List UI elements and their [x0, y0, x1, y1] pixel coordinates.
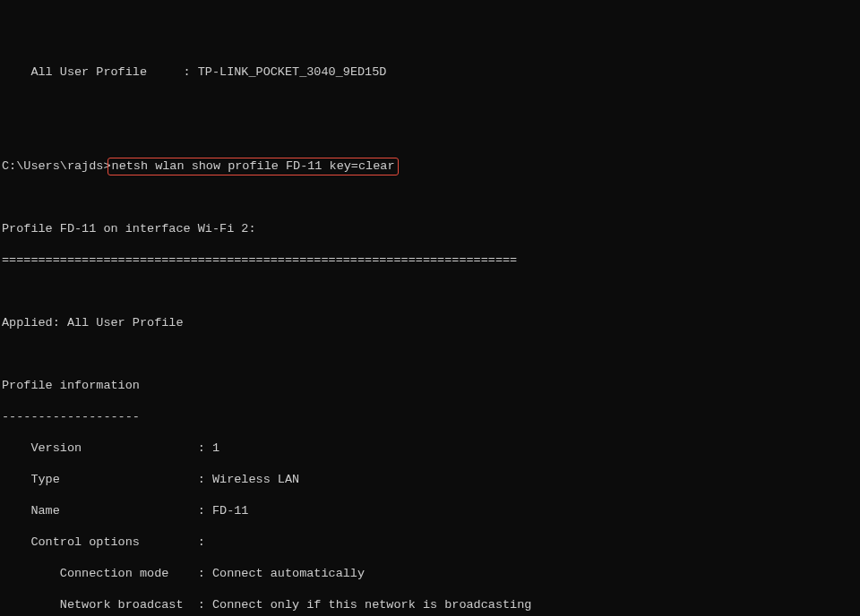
top-value: TP-LINK_POCKET_3040_9ED15D — [198, 65, 387, 79]
blank-line — [2, 284, 860, 300]
blank-line — [2, 127, 860, 143]
info-control-options: Control options : — [2, 535, 860, 551]
profile-top-line: All User Profile : TP-LINK_POCKET_3040_9… — [2, 64, 860, 81]
blank-line — [2, 346, 860, 363]
top-label: All User Profile : — [2, 65, 198, 79]
blank-line — [2, 96, 860, 112]
section-title-profile-info: Profile information — [2, 378, 860, 394]
prompt-path: C:\Users\rajds> — [2, 159, 111, 173]
profile-header: Profile FD-11 on interface Wi-Fi 2: — [2, 221, 860, 237]
section-dashes: ------------------- — [2, 409, 860, 425]
command-highlight-box: netsh wlan show profile FD-11 key=clear — [108, 158, 400, 175]
info-name: Name : FD-11 — [2, 503, 860, 519]
command-line[interactable]: C:\Users\rajds>netsh wlan show profile F… — [2, 158, 860, 175]
blank-line — [2, 190, 860, 206]
info-connection-mode: Connection mode : Connect automatically — [2, 566, 860, 582]
profile-header-divider: ========================================… — [2, 252, 860, 269]
applied-line: Applied: All User Profile — [2, 315, 860, 331]
info-network-broadcast: Network broadcast : Connect only if this… — [2, 597, 860, 613]
info-type: Type : Wireless LAN — [2, 472, 860, 488]
info-version: Version : 1 — [2, 441, 860, 457]
command-text: netsh wlan show profile FD-11 key=clear — [112, 159, 395, 173]
